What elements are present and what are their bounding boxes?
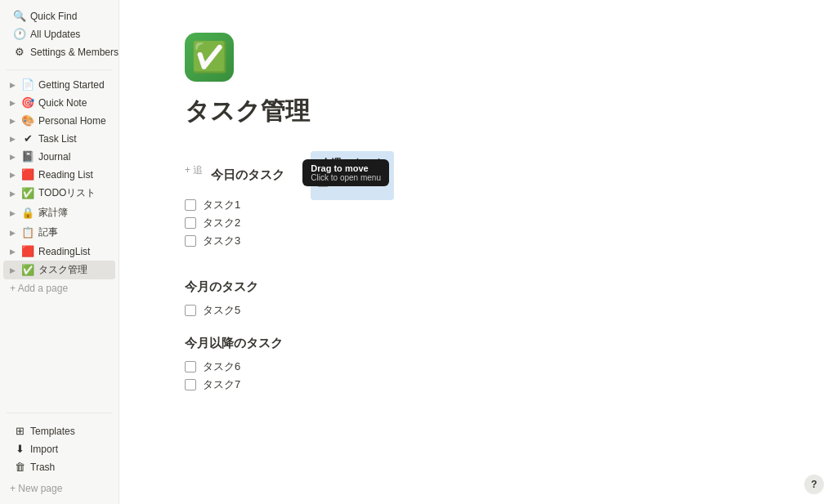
sidebar-top: 🔍 Quick Find 🕐 All Updates ⚙ Settings & … — [0, 0, 119, 65]
sidebar-item-task-list[interactable]: ▶ ✔ Task List — [3, 130, 115, 147]
notebook-icon: 📓 — [21, 150, 34, 163]
sidebar-item-articles[interactable]: ▶ 📋 記事 — [3, 223, 115, 242]
sidebar-item-quick-find[interactable]: 🔍 Quick Find — [7, 7, 112, 25]
sidebar-item-personal-home[interactable]: ▶ 🎨 Personal Home — [3, 112, 115, 129]
task-checkbox-6[interactable] — [185, 361, 196, 372]
add-page-button[interactable]: + Add a page — [3, 280, 115, 297]
task-item: タスク4 — [317, 172, 387, 190]
task-checkbox-7[interactable] — [185, 379, 196, 390]
doc-icon: 📄 — [21, 78, 34, 91]
main-content: ✅ タスク管理 + 追 今日のタスク タスク1 タスク2 — [119, 0, 837, 504]
sidebar-bottom-divider — [7, 413, 112, 413]
sidebar-item-reading-list-2[interactable]: ▶ 🟥 ReadingList — [3, 243, 115, 260]
today-task-list: タスク1 タスク2 タスク3 — [185, 196, 284, 250]
chevron-icon: ▶ — [10, 99, 16, 107]
future-task-list: タスク6 タスク7 — [185, 358, 788, 394]
new-page-button[interactable]: + New page — [3, 480, 115, 497]
sidebar-item-templates[interactable]: ⊞ Templates — [7, 422, 112, 439]
chevron-icon: ▶ — [10, 190, 16, 198]
chevron-icon: ▶ — [10, 229, 16, 237]
lock-icon: 🔒 — [21, 207, 34, 219]
month-task-list: タスク5 — [185, 301, 788, 319]
check-icon: ✔ — [21, 132, 34, 145]
chevron-icon: ▶ — [10, 209, 16, 217]
gear-icon: ⚙ — [13, 46, 26, 58]
task-checkbox-5[interactable] — [185, 305, 196, 316]
sidebar-item-getting-started[interactable]: ▶ 📄 Getting Started — [3, 76, 115, 93]
chevron-icon: ▶ — [10, 117, 16, 125]
today-section-header: 今日のタスク — [211, 167, 284, 183]
palette-icon: 🎨 — [21, 114, 34, 127]
task-item: タスク6 — [185, 358, 788, 376]
chevron-icon: ▶ — [10, 266, 16, 274]
week-section-container: 今週のタスク タスク4 Drag to move Click to open m… — [311, 151, 394, 200]
task-checkbox-1[interactable] — [185, 199, 196, 211]
week-task-list: タスク4 — [317, 172, 387, 190]
week-section-header: 今週のタスク — [317, 154, 387, 172]
task-label-5: タスク5 — [203, 303, 240, 318]
future-section-header: 今月以降のタスク — [185, 336, 788, 351]
task-item: タスク5 — [185, 301, 788, 319]
task-checkbox-3[interactable] — [185, 235, 196, 247]
task-checkbox-4[interactable] — [317, 176, 329, 187]
chevron-icon: ▶ — [10, 81, 16, 89]
sidebar: 🔍 Quick Find 🕐 All Updates ⚙ Settings & … — [0, 0, 119, 504]
task-label-2: タスク2 — [203, 216, 240, 230]
sidebar-item-settings[interactable]: ⚙ Settings & Members — [7, 43, 112, 60]
sidebar-item-quick-note[interactable]: ▶ 🎯 Quick Note — [3, 94, 115, 111]
sidebar-item-import[interactable]: ⬇ Import — [7, 440, 112, 457]
task-label-1: タスク1 — [203, 198, 240, 212]
chevron-icon: ▶ — [10, 248, 16, 256]
task-checkbox-2[interactable] — [185, 217, 196, 229]
sidebar-item-kakeibo[interactable]: ▶ 🔒 家計簿 — [3, 203, 115, 222]
sidebar-nav-section: ▶ 📄 Getting Started ▶ 🎯 Quick Note ▶ 🎨 P… — [0, 75, 119, 408]
task-item: タスク7 — [185, 376, 788, 394]
week-section-highlight: 今週のタスク タスク4 — [311, 151, 394, 200]
task-label-3: タスク3 — [203, 234, 240, 248]
sidebar-bottom: ⊞ Templates ⬇ Import 🗑 Trash — [0, 418, 119, 479]
chevron-icon: ▶ — [10, 171, 16, 179]
task-label-6: タスク6 — [203, 359, 240, 374]
red-square-icon: 🟥 — [21, 168, 34, 181]
checkmark-icon: ✅ — [191, 40, 228, 74]
task-item: タスク3 — [185, 232, 284, 250]
sidebar-divider — [7, 69, 112, 70]
today-section: + 追 今日のタスク タスク1 タスク2 タスク3 — [185, 151, 284, 256]
target-icon: 🎯 — [21, 96, 34, 109]
search-icon: 🔍 — [13, 10, 26, 22]
sidebar-item-all-updates[interactable]: 🕐 All Updates — [7, 25, 112, 42]
future-section: 今月以降のタスク タスク6 タスク7 — [185, 336, 788, 394]
trash-icon: 🗑 — [13, 461, 26, 473]
sidebar-item-todo[interactable]: ▶ ✅ TODOリスト — [3, 184, 115, 203]
check-green-2-icon: ✅ — [21, 264, 34, 276]
clock-icon: 🕐 — [13, 28, 26, 40]
page-icon[interactable]: ✅ — [185, 33, 234, 82]
month-section-header: 今月のタスク — [185, 279, 788, 295]
month-section: 今月のタスク タスク5 — [185, 279, 788, 319]
sidebar-item-journal[interactable]: ▶ 📓 Journal — [3, 148, 115, 165]
task-label-7: タスク7 — [203, 377, 240, 392]
help-button[interactable]: ? — [804, 475, 824, 494]
sidebar-item-trash[interactable]: 🗑 Trash — [7, 458, 112, 475]
chevron-icon: ▶ — [10, 135, 16, 143]
import-icon: ⬇ — [13, 443, 26, 455]
add-today-task-button[interactable]: + 追 — [185, 163, 203, 177]
clipboard-icon: 📋 — [21, 226, 34, 239]
sidebar-item-reading-list[interactable]: ▶ 🟥 Reading List — [3, 166, 115, 183]
red-square-2-icon: 🟥 — [21, 245, 34, 257]
task-item: タスク2 — [185, 214, 284, 232]
task-item: タスク1 — [185, 196, 284, 214]
template-icon: ⊞ — [13, 425, 26, 437]
page-title: タスク管理 — [185, 95, 788, 128]
task-label-4: タスク4 — [335, 174, 373, 189]
check-green-icon: ✅ — [21, 187, 34, 199]
sidebar-item-task-kanri[interactable]: ▶ ✅ タスク管理 — [3, 261, 115, 279]
chevron-icon: ▶ — [10, 153, 16, 161]
